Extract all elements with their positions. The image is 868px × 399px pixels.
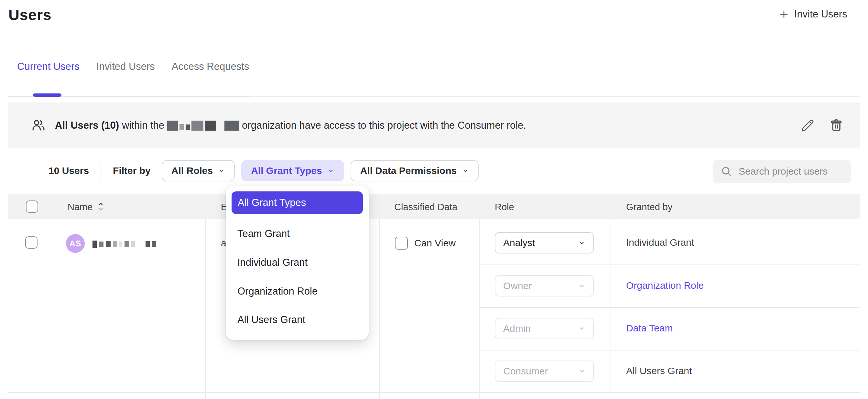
role-select-value: Admin (503, 323, 531, 334)
edit-all-users-button[interactable] (799, 117, 816, 134)
role-select-owner[interactable]: Owner (495, 275, 594, 297)
chevron-down-icon (218, 167, 225, 174)
menu-item-individual-grant[interactable]: Individual Grant (237, 257, 308, 268)
filter-divider (100, 162, 101, 180)
all-data-permissions-filter[interactable]: All Data Permissions (350, 160, 478, 181)
chevron-down-icon (462, 167, 469, 174)
column-divider (379, 219, 380, 399)
column-divider (611, 219, 611, 399)
menu-item-all-users-grant[interactable]: All Users Grant (237, 314, 305, 326)
page-title: Users (8, 6, 52, 24)
users-page: Users Invite Users Current Users Invited… (0, 0, 868, 399)
all-data-permissions-label: All Data Permissions (360, 165, 457, 176)
row-checkbox[interactable] (25, 236, 37, 249)
role-select-value: Analyst (503, 237, 535, 248)
granted-by-value: Individual Grant (626, 237, 694, 248)
all-roles-filter[interactable]: All Roles (162, 160, 235, 181)
chevron-down-icon (578, 282, 585, 289)
column-header-name: Name (68, 202, 92, 212)
granted-by-link[interactable]: Organization Role (626, 280, 704, 291)
column-header-role: Role (495, 202, 514, 212)
all-roles-label: All Roles (172, 165, 213, 176)
filter-row: 10 Users Filter by All Roles All Grant T… (49, 159, 478, 182)
chevron-down-icon (578, 239, 585, 246)
redacted-organization-name (167, 121, 239, 131)
tab-access-requests[interactable]: Access Requests (172, 61, 249, 72)
all-grant-types-label: All Grant Types (251, 165, 322, 176)
trash-icon (829, 118, 843, 132)
user-row-separator (8, 392, 860, 393)
avatar: AS (66, 234, 85, 253)
granted-by-value: All Users Grant (626, 365, 692, 376)
user-count: 10 Users (49, 165, 89, 176)
grant-types-dropdown-menu: All Grant Types Team Grant Individual Gr… (226, 186, 369, 340)
granted-by-link[interactable]: Data Team (626, 323, 673, 334)
tab-bar: Current Users Invited Users Access Reque… (17, 61, 249, 72)
role-select-analyst[interactable]: Analyst (495, 232, 594, 253)
column-header-classified-data: Classified Data (394, 202, 457, 212)
can-view-label: Can View (414, 238, 456, 249)
grant-row-separator (479, 350, 860, 350)
avatar-initials: AS (69, 239, 82, 248)
delete-all-users-button[interactable] (827, 116, 845, 134)
redacted-user-name (92, 241, 156, 248)
chevron-down-icon (578, 368, 585, 375)
grant-row-separator (479, 307, 860, 308)
all-grant-types-filter[interactable]: All Grant Types (241, 160, 344, 181)
users-icon (31, 118, 46, 133)
plus-icon (779, 9, 789, 20)
column-divider (205, 219, 206, 399)
search-project-users (713, 160, 851, 183)
role-select-admin[interactable]: Admin (495, 318, 594, 339)
select-all-checkbox[interactable] (26, 201, 38, 213)
role-select-consumer[interactable]: Consumer (495, 361, 594, 382)
menu-item-all-grant-types[interactable]: All Grant Types (231, 191, 363, 214)
sort-name-control[interactable] (97, 201, 104, 212)
menu-item-organization-role[interactable]: Organization Role (237, 285, 317, 297)
all-users-banner: All Users (10) within the organization h… (8, 102, 860, 148)
tab-invited-users[interactable]: Invited Users (96, 61, 155, 72)
search-input[interactable] (739, 166, 864, 177)
search-icon (720, 165, 733, 178)
invite-users-button[interactable]: Invite Users (779, 8, 847, 20)
active-tab-indicator (33, 93, 61, 97)
chevron-down-icon (578, 325, 585, 332)
banner-text-post: organization have access to this project… (242, 120, 526, 131)
role-select-value: Consumer (503, 366, 548, 377)
chevron-down-icon (327, 167, 334, 174)
banner-bold-text: All Users (10) (55, 120, 119, 131)
column-divider (479, 219, 479, 399)
role-select-value: Owner (503, 280, 532, 291)
menu-item-team-grant[interactable]: Team Grant (237, 228, 290, 240)
pencil-icon (801, 119, 814, 132)
filter-by-label: Filter by (113, 165, 151, 176)
can-view-checkbox[interactable] (395, 237, 408, 250)
column-header-granted-by: Granted by (626, 202, 672, 212)
tab-current-users[interactable]: Current Users (17, 61, 80, 72)
invite-users-label: Invite Users (794, 8, 847, 20)
grant-row-separator (479, 265, 860, 265)
banner-text-pre: within the (122, 120, 164, 131)
